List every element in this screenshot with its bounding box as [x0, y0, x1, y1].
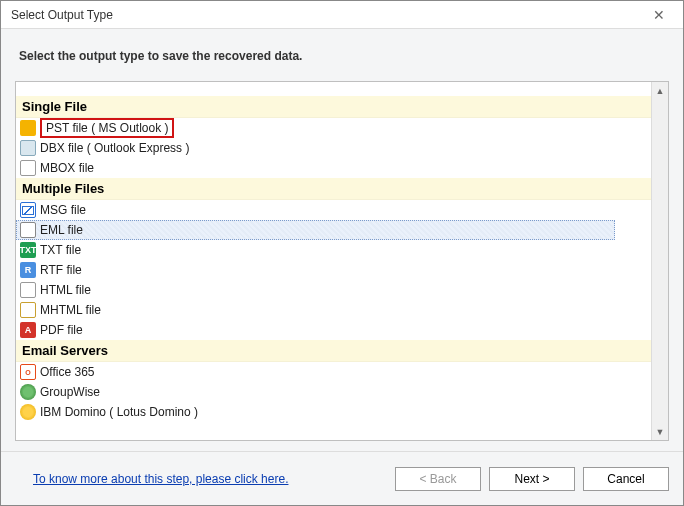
footer: To know more about this step, please cli…: [1, 451, 683, 505]
pdf-file-icon: A: [20, 322, 36, 338]
button-row: < Back Next > Cancel: [395, 467, 669, 491]
output-type-listbox: Single FilePST file ( MS Outlook )DBX fi…: [15, 81, 669, 441]
list-item-pst[interactable]: PST file ( MS Outlook ): [16, 118, 651, 138]
close-icon: ✕: [653, 7, 665, 23]
list-item-mhtml[interactable]: MHTML file: [16, 300, 651, 320]
content-area: Select the output type to save the recov…: [1, 29, 683, 451]
instruction-text: Select the output type to save the recov…: [19, 49, 669, 63]
list-item-msg[interactable]: MSG file: [16, 200, 651, 220]
list-item-pdf[interactable]: APDF file: [16, 320, 651, 340]
scroll-down-button[interactable]: ▼: [652, 423, 668, 440]
o365-file-icon: O: [20, 364, 36, 380]
chevron-down-icon: ▼: [656, 427, 665, 437]
dialog-window: Select Output Type ✕ Select the output t…: [0, 0, 684, 506]
chevron-up-icon: ▲: [656, 86, 665, 96]
mbox-file-icon: [20, 160, 36, 176]
back-button[interactable]: < Back: [395, 467, 481, 491]
next-button[interactable]: Next >: [489, 467, 575, 491]
window-title: Select Output Type: [11, 8, 641, 22]
list-scroll-area[interactable]: Single FilePST file ( MS Outlook )DBX fi…: [16, 82, 651, 440]
list-item-domino[interactable]: IBM Domino ( Lotus Domino ): [16, 402, 651, 422]
list-item-label: GroupWise: [40, 385, 100, 399]
list-item-label: MHTML file: [40, 303, 101, 317]
list-item-gw[interactable]: GroupWise: [16, 382, 651, 402]
rtf-file-icon: R: [20, 262, 36, 278]
list-item-rtf[interactable]: RRTF file: [16, 260, 651, 280]
eml-file-icon: [20, 222, 36, 238]
scroll-up-button[interactable]: ▲: [652, 82, 668, 99]
list-item-label: DBX file ( Outlook Express ): [40, 141, 189, 155]
gw-file-icon: [20, 384, 36, 400]
list-item-label: MSG file: [40, 203, 86, 217]
list-item-dbx[interactable]: DBX file ( Outlook Express ): [16, 138, 651, 158]
list-item-label: PST file ( MS Outlook ): [40, 118, 174, 138]
html-file-icon: [20, 282, 36, 298]
dbx-file-icon: [20, 140, 36, 156]
list-item-mbox[interactable]: MBOX file: [16, 158, 651, 178]
mhtml-file-icon: [20, 302, 36, 318]
group-header-servers: Email Servers: [16, 340, 651, 362]
list-item-label: MBOX file: [40, 161, 94, 175]
list-item-eml[interactable]: EML file: [16, 220, 615, 240]
list-item-html[interactable]: HTML file: [16, 280, 651, 300]
pst-file-icon: [20, 120, 36, 136]
list-item-label: IBM Domino ( Lotus Domino ): [40, 405, 198, 419]
list-item-label: EML file: [40, 223, 83, 237]
list-item-label: TXT file: [40, 243, 81, 257]
titlebar: Select Output Type ✕: [1, 1, 683, 29]
list-item-o365[interactable]: OOffice 365: [16, 362, 651, 382]
group-header-single: Single File: [16, 96, 651, 118]
msg-file-icon: [20, 202, 36, 218]
cancel-button[interactable]: Cancel: [583, 467, 669, 491]
list-item-label: HTML file: [40, 283, 91, 297]
close-button[interactable]: ✕: [641, 1, 677, 28]
list-item-label: RTF file: [40, 263, 82, 277]
scrollbar[interactable]: ▲ ▼: [651, 82, 668, 440]
list-item-label: PDF file: [40, 323, 83, 337]
list-item-label: Office 365: [40, 365, 94, 379]
txt-file-icon: TXT: [20, 242, 36, 258]
domino-file-icon: [20, 404, 36, 420]
help-link[interactable]: To know more about this step, please cli…: [33, 472, 288, 486]
group-header-multiple: Multiple Files: [16, 178, 651, 200]
list-item-txt[interactable]: TXTTXT file: [16, 240, 651, 260]
